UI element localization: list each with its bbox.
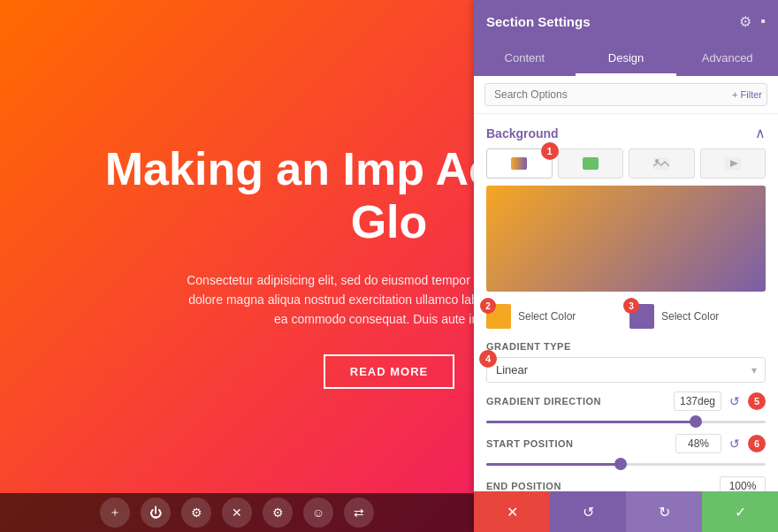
gradient-direction-label: Gradient Direction [486, 396, 601, 407]
gradient-type-label: Gradient Type [486, 341, 766, 352]
start-position-reset-button[interactable]: ↺ [725, 434, 744, 453]
settings-icon[interactable]: ⚙ [739, 13, 751, 30]
start-position-slider[interactable] [486, 457, 766, 471]
gradient-direction-slider[interactable] [486, 414, 766, 429]
section-settings-panel: Section Settings ⚙ ▪ Content Design Adva… [474, 0, 778, 532]
gradient-direction-value[interactable]: 137deg [674, 391, 721, 411]
read-more-button[interactable]: READ MORE [324, 354, 454, 389]
expand-icon[interactable]: ▪ [760, 13, 766, 30]
gradient-type-row: Gradient Type 4 Linear Radial ▾ [474, 336, 778, 388]
start-position-value[interactable]: 48% [675, 434, 721, 453]
bg-type-color-button[interactable] [558, 148, 624, 179]
gradient-preview [486, 186, 766, 292]
end-position-value[interactable]: 100% [720, 476, 766, 491]
gradient-direction-reset-button[interactable]: ↺ [725, 391, 744, 411]
bottom-toolbar: ＋ ⏻ ⚙ ✕ ⚙ ☺ ⇄ [0, 493, 474, 532]
filter-button[interactable]: + Filter [732, 89, 762, 100]
tab-content[interactable]: Content [474, 42, 576, 76]
panel-header: Section Settings ⚙ ▪ [474, 0, 778, 42]
toolbar-user-button[interactable]: ☺ [303, 498, 333, 528]
badge-4: 4 [479, 350, 497, 368]
panel-body: Background ∧ 1 2 [474, 114, 778, 491]
confirm-button[interactable]: ✓ [702, 491, 778, 532]
background-section-title: Background [486, 126, 559, 141]
undo-icon: ↺ [583, 504, 594, 521]
toolbar-add-button[interactable]: ＋ [100, 498, 130, 528]
undo-button[interactable]: ↺ [550, 491, 626, 532]
redo-button[interactable]: ↻ [626, 491, 702, 532]
badge-5: 5 [748, 392, 766, 410]
toolbar-close-button[interactable]: ✕ [222, 498, 252, 528]
toolbar-swap-button[interactable]: ⇄ [344, 498, 374, 528]
panel-tabs: Content Design Advanced [474, 42, 778, 76]
gradient-type-select[interactable]: Linear Radial [486, 357, 766, 383]
start-position-label: Start Position [486, 438, 573, 449]
select-color-2-label[interactable]: Select Color [661, 310, 766, 323]
svg-rect-0 [511, 157, 527, 170]
badge-6: 6 [748, 435, 766, 452]
bg-type-video-button[interactable] [700, 148, 767, 179]
bg-type-gradient-button[interactable]: 1 [486, 148, 553, 179]
search-wrap: + Filter [474, 76, 778, 114]
badge-1: 1 [541, 142, 559, 160]
cancel-button[interactable]: ✕ [474, 491, 550, 532]
gradient-direction-row: Gradient Direction 137deg ↺ 5 [474, 388, 778, 430]
section-collapse-icon[interactable]: ∧ [755, 125, 766, 141]
search-input[interactable] [484, 83, 767, 106]
badge-3: 3 [623, 298, 639, 314]
cancel-icon: ✕ [507, 504, 518, 521]
tab-design[interactable]: Design [576, 42, 677, 76]
svg-point-3 [655, 159, 659, 163]
bg-type-row: 1 [474, 148, 778, 186]
bg-type-image-button[interactable] [629, 148, 695, 179]
background-section-header: Background ∧ [474, 114, 778, 148]
tab-advanced[interactable]: Advanced [676, 42, 778, 76]
badge-2: 2 [480, 298, 496, 314]
color-swatch-1[interactable]: 2 [486, 304, 511, 329]
toolbar-settings-button[interactable]: ⚙ [181, 498, 211, 528]
color-swatch-2[interactable]: 3 [629, 304, 654, 329]
panel-title: Section Settings [486, 14, 591, 29]
action-bar: ✕ ↺ ↻ ✓ [474, 491, 778, 532]
start-position-row: Start Position 48% ↺ 6 [474, 430, 778, 473]
toolbar-power-button[interactable]: ⏻ [141, 498, 171, 528]
color-row: 2 Select Color 3 Select Color [474, 300, 778, 336]
reset-icon: ↺ [729, 394, 740, 408]
redo-icon: ↻ [659, 504, 670, 521]
end-position-label: End Position [486, 481, 561, 491]
select-color-1-label[interactable]: Select Color [518, 310, 622, 323]
svg-rect-1 [583, 157, 599, 170]
toolbar-config-button[interactable]: ⚙ [263, 498, 293, 528]
end-position-row: End Position 100% [474, 473, 778, 491]
panel-header-icons: ⚙ ▪ [739, 13, 766, 30]
confirm-icon: ✓ [735, 504, 746, 521]
